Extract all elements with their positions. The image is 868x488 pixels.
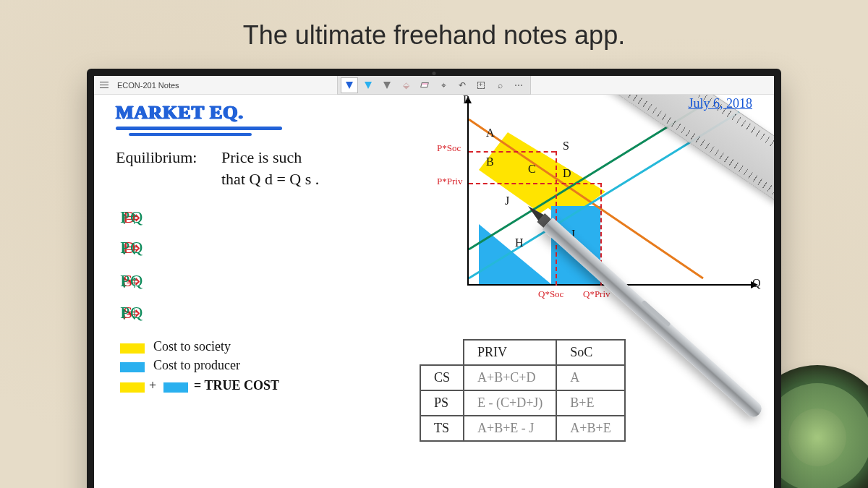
legend-blue-label: Cost to producer [153,358,240,373]
legend-swatch-blue [120,362,145,372]
more-button[interactable]: ⋯ [510,77,527,93]
table-col-priv: PRIV [464,340,556,365]
titlebar: ECON-201 Notes ⬙ ⌖ ↶ ⌕ ⋯ [94,76,774,95]
legend-yellow-label: Cost to society [153,339,231,354]
legend-sum-label: = TRUE COST [194,378,279,393]
table-row-ps: PS [420,390,464,416]
graph-y-axis [467,98,469,286]
app-screen: ECON-201 Notes ⬙ ⌖ ↶ ⌕ ⋯ MARKET EQ. Equi… [94,76,774,488]
note-heading: MARKET EQ. [116,102,244,124]
relation-row-2: ↓ D ⇒ ↓P ↓Q [120,238,130,258]
zoom-button[interactable]: ⌕ [491,77,509,93]
eraser-tool[interactable] [416,77,433,93]
graph-p-axis-label: P [463,95,469,106]
pen-tool-gray[interactable] [378,77,396,93]
device-frame: ECON-201 Notes ⬙ ⌖ ↶ ⌕ ⋯ MARKET EQ. Equi… [87,69,781,488]
lasso-tool[interactable]: ⌖ [435,77,452,93]
relation-row-4: ↓ S ⇒ ↑P ↓Q [120,303,130,323]
region-B: B [486,155,494,168]
table-col-soc: SoC [556,340,624,365]
highlighter-tool[interactable]: ⬙ [397,77,414,93]
note-date: July 6, 2018 [688,96,752,111]
region-A: A [486,127,495,140]
menu-button[interactable] [94,76,114,94]
document-title[interactable]: ECON-201 Notes [114,81,179,90]
region-S: S [563,140,569,153]
legend-plus: + [149,378,156,393]
heading-underline-2 [129,133,252,136]
legend-swatch-yellow-2 [120,382,145,393]
insert-image-button[interactable] [472,77,490,93]
region-C: C [528,163,536,176]
equilibrium-text-1: Price is such [221,148,302,167]
legend-swatch-blue-2 [163,382,188,393]
graph-p-priv: P*Priv [437,176,462,187]
equilibrium-label: Equilibrium: [116,148,197,167]
relation-row-3: ↑ S ⇒ ↓P ↑Q [120,271,130,291]
graph-p-soc: P*Soc [437,142,461,154]
promo-tagline: The ultimate freehand notes app. [0,20,868,51]
legend-swatch-yellow [120,343,145,354]
equilibrium-text-2: that Q d = Q s . [221,170,319,189]
device-camera [433,72,436,75]
relation-row-1: ↑ D ⇒ ↑P ↑Q [120,207,130,228]
table-row-ts: TS [420,416,464,441]
toolbar: ⬙ ⌖ ↶ ⌕ ⋯ [337,76,531,95]
note-canvas[interactable]: MARKET EQ. Equilibrium: Price is such th… [94,95,774,488]
region-H: H [515,236,524,249]
graph-q-soc: Q*Soc [538,288,563,300]
region-D: D [563,167,571,180]
graph-q-axis-label: Q [752,277,761,290]
heading-underline [116,127,282,130]
region-J: J [505,194,509,207]
surplus-table: PRIV SoC CS A+B+C+D A PS E - (C+D+J) B+E [420,339,626,442]
pen-tool-cyan[interactable] [359,77,377,93]
pen-tool-blue[interactable] [341,77,358,93]
undo-button[interactable]: ↶ [454,77,471,93]
table-row-cs: CS [420,365,464,390]
